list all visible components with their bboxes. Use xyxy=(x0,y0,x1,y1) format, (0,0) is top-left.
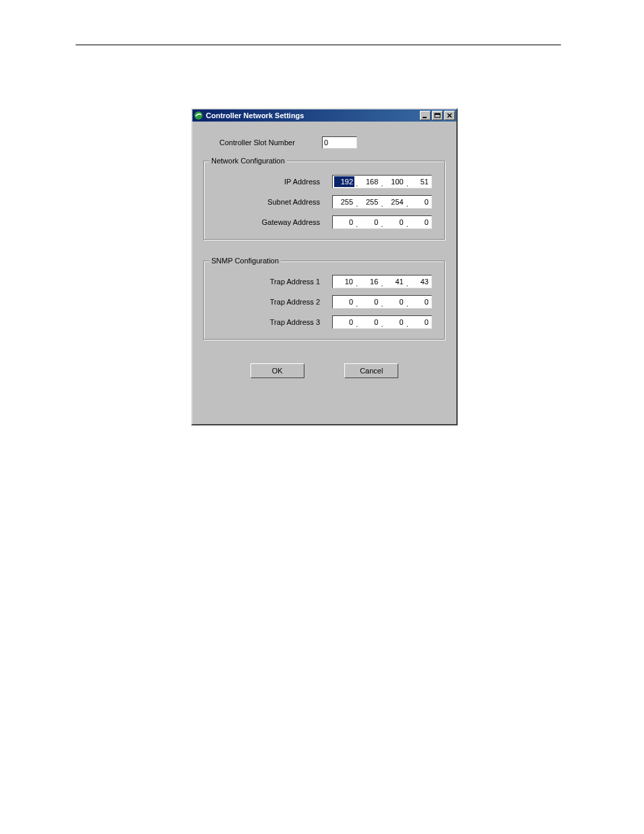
trap3-octet-3[interactable] xyxy=(385,317,405,328)
gateway-address-row: Gateway Address . . . xyxy=(212,215,437,229)
gateway-address-label: Gateway Address xyxy=(212,218,332,226)
trap2-octet-4[interactable] xyxy=(410,296,430,307)
ip-address-label: IP Address xyxy=(212,178,332,186)
trap-address-2-input[interactable]: . . . xyxy=(332,295,432,309)
gateway-address-input[interactable]: . . . xyxy=(332,215,432,229)
subnet-address-label: Subnet Address xyxy=(212,198,332,206)
ip-dot: . xyxy=(405,298,409,309)
trap-address-3-row: Trap Address 3 . . . xyxy=(212,315,437,329)
ip-dot: . xyxy=(380,278,384,289)
trap-address-2-label: Trap Address 2 xyxy=(212,298,332,306)
gateway-octet-4[interactable] xyxy=(410,217,430,228)
ip-dot: . xyxy=(355,278,359,289)
trap3-octet-4[interactable] xyxy=(410,317,430,328)
subnet-octet-3[interactable] xyxy=(385,197,405,207)
trap1-octet-1[interactable] xyxy=(334,276,354,287)
snmp-configuration-legend: SNMP Configuration xyxy=(209,257,281,265)
gateway-octet-2[interactable] xyxy=(359,217,379,228)
ip-dot: . xyxy=(355,298,359,309)
subnet-address-row: Subnet Address . . . xyxy=(212,195,437,209)
trap-address-3-input[interactable]: . . . xyxy=(332,315,432,329)
minimize-button[interactable] xyxy=(420,111,431,120)
ip-dot: . xyxy=(355,319,359,330)
subnet-octet-2[interactable] xyxy=(359,197,379,207)
maximize-button[interactable] xyxy=(432,111,443,120)
ip-dot: . xyxy=(380,219,384,230)
network-configuration-group: Network Configuration IP Address . . . S… xyxy=(203,161,446,240)
trap2-octet-2[interactable] xyxy=(359,296,379,307)
subnet-octet-4[interactable] xyxy=(410,197,430,207)
ip-dot: . xyxy=(380,178,384,189)
svg-point-0 xyxy=(194,111,203,120)
button-bar: OK Cancel xyxy=(203,361,446,378)
trap1-octet-2[interactable] xyxy=(359,276,379,287)
ip-dot: . xyxy=(355,219,359,230)
subnet-octet-1[interactable] xyxy=(334,197,354,207)
trap-address-2-row: Trap Address 2 . . . xyxy=(212,295,437,309)
trap-address-1-row: Trap Address 1 . . . xyxy=(212,275,437,288)
ip-dot: . xyxy=(405,219,409,230)
trap-address-1-input[interactable]: . . . xyxy=(332,275,432,288)
ip-address-row: IP Address . . . xyxy=(212,175,437,188)
cancel-button[interactable]: Cancel xyxy=(344,363,398,378)
ip-dot: . xyxy=(405,178,409,189)
ok-button[interactable]: OK xyxy=(250,363,304,378)
app-icon xyxy=(194,111,203,120)
ip-address-octet-1[interactable] xyxy=(334,176,354,187)
dialog-controller-network-settings: Controller Network Settings Controller S… xyxy=(191,108,458,425)
ip-dot: . xyxy=(355,199,359,209)
network-configuration-legend: Network Configuration xyxy=(209,157,287,165)
trap1-octet-4[interactable] xyxy=(410,276,430,287)
trap3-octet-2[interactable] xyxy=(359,317,379,328)
ip-dot: . xyxy=(405,319,409,330)
trap1-octet-3[interactable] xyxy=(385,276,405,287)
trap2-octet-1[interactable] xyxy=(334,296,354,307)
controller-slot-label: Controller Slot Number xyxy=(219,138,322,147)
ip-dot: . xyxy=(405,278,409,289)
ip-address-octet-2[interactable] xyxy=(359,176,379,187)
trap-address-3-label: Trap Address 3 xyxy=(212,318,332,326)
trap2-octet-3[interactable] xyxy=(385,296,405,307)
trap-address-1-label: Trap Address 1 xyxy=(212,278,332,286)
dialog-client-area: Controller Slot Number Network Configura… xyxy=(192,122,456,388)
gateway-octet-3[interactable] xyxy=(385,217,405,228)
ip-address-octet-3[interactable] xyxy=(385,176,405,187)
gateway-octet-1[interactable] xyxy=(334,217,354,228)
window-controls xyxy=(419,111,455,120)
ip-dot: . xyxy=(380,298,384,309)
ip-dot: . xyxy=(355,178,359,189)
ip-dot: . xyxy=(380,319,384,330)
ip-dot: . xyxy=(380,199,384,209)
trap3-octet-1[interactable] xyxy=(334,317,354,328)
controller-slot-row: Controller Slot Number xyxy=(219,136,446,149)
titlebar[interactable]: Controller Network Settings xyxy=(192,109,456,122)
svg-rect-3 xyxy=(435,113,440,115)
controller-slot-input[interactable] xyxy=(322,136,357,149)
svg-rect-1 xyxy=(423,117,427,118)
close-button[interactable] xyxy=(444,111,455,120)
snmp-configuration-group: SNMP Configuration Trap Address 1 . . . … xyxy=(203,261,446,340)
ip-address-input[interactable]: . . . xyxy=(332,175,432,188)
subnet-address-input[interactable]: . . . xyxy=(332,195,432,209)
page-rule xyxy=(76,45,561,45)
ip-address-octet-4[interactable] xyxy=(410,176,430,187)
ip-dot: . xyxy=(405,199,409,209)
window-title: Controller Network Settings xyxy=(206,111,419,120)
